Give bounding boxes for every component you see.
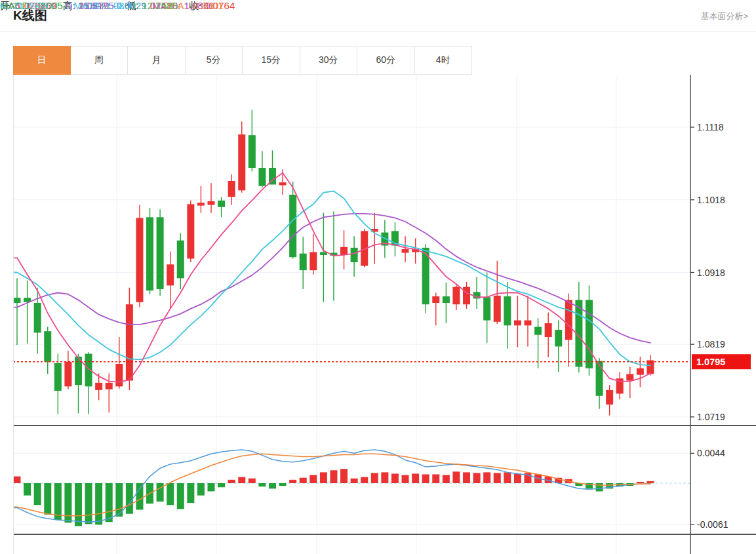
macd-bar[interactable]: [432, 475, 439, 483]
candle-body[interactable]: [483, 297, 490, 320]
tab-4hour[interactable]: 4时: [415, 46, 473, 75]
candle-body[interactable]: [340, 247, 348, 255]
macd-bar[interactable]: [75, 483, 82, 526]
candle-body[interactable]: [146, 217, 153, 290]
candle-body[interactable]: [504, 296, 511, 325]
macd-bar[interactable]: [422, 475, 429, 483]
macd-bar[interactable]: [514, 473, 521, 483]
macd-bar[interactable]: [381, 472, 388, 483]
macd-bar[interactable]: [136, 483, 143, 509]
candles[interactable]: [14, 109, 654, 415]
candle-body[interactable]: [494, 296, 501, 322]
macd-bar[interactable]: [95, 483, 102, 524]
candle-body[interactable]: [64, 362, 71, 387]
macd-bar[interactable]: [106, 483, 113, 522]
macd-bar[interactable]: [218, 483, 225, 487]
candle-body[interactable]: [126, 304, 133, 380]
candle-body[interactable]: [14, 298, 21, 303]
macd-bar[interactable]: [228, 480, 235, 483]
candle-body[interactable]: [452, 287, 460, 305]
macd-bar[interactable]: [340, 469, 348, 483]
candle-body[interactable]: [279, 182, 287, 185]
candle-body[interactable]: [177, 241, 184, 279]
macd-bar[interactable]: [596, 483, 603, 491]
macd-bar[interactable]: [85, 483, 92, 524]
macd-bar[interactable]: [177, 483, 184, 509]
macd-bar[interactable]: [309, 475, 317, 483]
macd-bar[interactable]: [197, 483, 205, 496]
macd-bar[interactable]: [44, 483, 51, 515]
tab-month[interactable]: 月: [128, 46, 186, 75]
macd-bar[interactable]: [361, 477, 368, 483]
macd-bar[interactable]: [330, 470, 337, 483]
candle-body[interactable]: [626, 374, 633, 381]
candle-body[interactable]: [555, 330, 562, 346]
macd-bar[interactable]: [391, 473, 399, 483]
macd-bar[interactable]: [187, 483, 194, 503]
candle-body[interactable]: [54, 363, 62, 391]
macd-bar[interactable]: [473, 473, 481, 483]
candle-body[interactable]: [432, 296, 439, 303]
macd-bar[interactable]: [126, 483, 133, 514]
candle-body[interactable]: [514, 321, 521, 326]
candle-body[interactable]: [249, 135, 256, 168]
macd-bar[interactable]: [64, 483, 71, 523]
candle-body[interactable]: [586, 300, 593, 368]
macd-bar[interactable]: [647, 481, 654, 483]
macd-bar[interactable]: [443, 475, 450, 483]
candle-body[interactable]: [238, 134, 245, 190]
tab-30min[interactable]: 30分: [300, 46, 358, 75]
candle-body[interactable]: [197, 203, 205, 205]
candle-body[interactable]: [443, 296, 450, 303]
candle-body[interactable]: [187, 204, 194, 258]
kline-chart-svg[interactable]: 1.11181.10181.09181.08191.07190.0044-0.0…: [0, 0, 756, 554]
macd-bar[interactable]: [14, 477, 21, 483]
tab-5min[interactable]: 5分: [186, 46, 243, 75]
macd-bar[interactable]: [157, 483, 164, 502]
tab-15min[interactable]: 15分: [243, 46, 300, 75]
candle-body[interactable]: [289, 195, 296, 257]
tab-day[interactable]: 日: [13, 46, 71, 75]
tab-week[interactable]: 周: [71, 46, 129, 75]
candle-body[interactable]: [218, 201, 225, 207]
candle-body[interactable]: [258, 168, 266, 186]
macd-bar[interactable]: [452, 471, 460, 483]
tab-60min[interactable]: 60分: [357, 46, 415, 75]
candle-body[interactable]: [525, 321, 532, 326]
candle-body[interactable]: [115, 364, 123, 386]
candle-body[interactable]: [95, 383, 102, 390]
macd-bar[interactable]: [412, 473, 419, 483]
candle-body[interactable]: [463, 287, 470, 305]
macd-bar[interactable]: [289, 480, 296, 483]
macd-bar[interactable]: [249, 479, 256, 483]
macd-bar[interactable]: [269, 483, 276, 488]
macd-bar[interactable]: [494, 473, 501, 483]
candle-body[interactable]: [157, 217, 164, 289]
macd-bar[interactable]: [300, 478, 307, 483]
candle-body[interactable]: [34, 303, 41, 332]
candle-body[interactable]: [565, 300, 572, 340]
candle-body[interactable]: [402, 249, 409, 253]
candle-body[interactable]: [136, 218, 143, 302]
candle-body[interactable]: [208, 201, 215, 205]
candle-body[interactable]: [228, 181, 235, 197]
macd-histogram[interactable]: [14, 469, 654, 526]
macd-bar[interactable]: [320, 472, 327, 483]
macd-bar[interactable]: [463, 472, 470, 483]
candle-body[interactable]: [309, 252, 317, 270]
macd-bar[interactable]: [483, 472, 490, 483]
candle-body[interactable]: [637, 368, 644, 375]
candle-body[interactable]: [44, 331, 51, 362]
macd-bar[interactable]: [208, 483, 215, 491]
macd-bar[interactable]: [258, 483, 266, 486]
macd-bar[interactable]: [371, 473, 378, 483]
candle-body[interactable]: [106, 383, 113, 389]
macd-bar[interactable]: [34, 483, 41, 505]
candle-body[interactable]: [647, 361, 654, 374]
candle-body[interactable]: [534, 327, 542, 335]
macd-bar[interactable]: [279, 483, 287, 486]
macd-bar[interactable]: [167, 483, 174, 505]
macd-bar[interactable]: [402, 475, 409, 483]
macd-bar[interactable]: [637, 482, 644, 483]
macd-bar[interactable]: [24, 483, 31, 496]
